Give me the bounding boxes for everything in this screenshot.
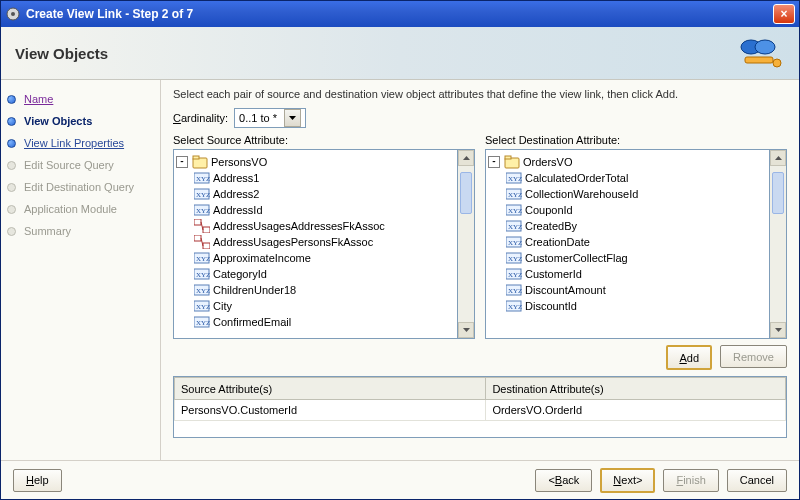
grid-header-source[interactable]: Source Attribute(s) xyxy=(175,378,486,400)
tree-item[interactable]: XYZDiscountId xyxy=(506,298,767,314)
tree-item[interactable]: XYZCustomerId xyxy=(506,266,767,282)
scroll-up-icon[interactable] xyxy=(458,150,474,166)
collapse-icon[interactable]: - xyxy=(176,156,188,168)
svg-rect-19 xyxy=(203,243,210,249)
collapse-icon[interactable]: - xyxy=(488,156,500,168)
cardinality-label: Cardinality: xyxy=(173,112,228,124)
tree-item[interactable]: XYZCreatedBy xyxy=(506,218,767,234)
scroll-down-icon[interactable] xyxy=(770,322,786,338)
association-icon xyxy=(194,235,210,249)
attribute-icon: XYZ xyxy=(506,187,522,201)
svg-text:XYZ: XYZ xyxy=(196,207,210,215)
grid-header-dest[interactable]: Destination Attribute(s) xyxy=(486,378,786,400)
svg-text:XYZ: XYZ xyxy=(508,271,522,279)
wizard-footer: Help < Back Next > Finish Cancel xyxy=(1,460,799,499)
svg-marker-53 xyxy=(775,156,782,160)
attribute-pair-area: Select Source Attribute: -PersonsVOXYZAd… xyxy=(173,134,787,339)
attribute-icon: XYZ xyxy=(506,283,522,297)
pairs-grid[interactable]: Source Attribute(s) Destination Attribut… xyxy=(173,376,787,438)
dest-scrollbar[interactable] xyxy=(770,149,787,339)
view-object-icon xyxy=(192,155,208,169)
scroll-down-icon[interactable] xyxy=(458,322,474,338)
instruction-text: Select each pair of source and destinati… xyxy=(173,88,787,100)
tree-item[interactable]: XYZConfirmedEmail xyxy=(194,314,455,330)
attribute-icon: XYZ xyxy=(506,251,522,265)
attribute-icon: XYZ xyxy=(194,315,210,329)
svg-marker-54 xyxy=(775,328,782,332)
scroll-up-icon[interactable] xyxy=(770,150,786,166)
svg-text:XYZ: XYZ xyxy=(508,223,522,231)
svg-marker-31 xyxy=(463,156,470,160)
attribute-icon: XYZ xyxy=(506,203,522,217)
chevron-down-icon[interactable] xyxy=(284,109,301,127)
attribute-icon: XYZ xyxy=(194,267,210,281)
dest-caption: Select Destination Attribute: xyxy=(485,134,787,146)
tree-item[interactable]: XYZCity xyxy=(194,298,455,314)
tree-item[interactable]: XYZCustomerCollectFlag xyxy=(506,250,767,266)
tree-root[interactable]: -PersonsVO xyxy=(176,154,455,170)
attribute-icon: XYZ xyxy=(194,203,210,217)
page-heading: View Objects xyxy=(15,45,108,62)
window-title: Create View Link - Step 2 of 7 xyxy=(26,7,773,21)
tree-item[interactable]: XYZChildrenUnder18 xyxy=(194,282,455,298)
svg-text:XYZ: XYZ xyxy=(508,303,522,311)
next-button[interactable]: Next > xyxy=(600,468,655,493)
tree-item[interactable]: XYZCalculatedOrderTotal xyxy=(506,170,767,186)
tree-item[interactable]: AddressUsagesAddressesFkAssoc xyxy=(194,218,455,234)
add-button[interactable]: Add xyxy=(666,345,712,370)
tree-item[interactable]: XYZCategoryId xyxy=(194,266,455,282)
tree-item[interactable]: XYZAddress2 xyxy=(194,186,455,202)
remove-button[interactable]: Remove xyxy=(720,345,787,368)
tree-item[interactable]: XYZCouponId xyxy=(506,202,767,218)
svg-point-3 xyxy=(755,40,775,54)
svg-text:XYZ: XYZ xyxy=(196,175,210,183)
svg-text:XYZ: XYZ xyxy=(196,319,210,327)
nav-step-view-objects[interactable]: View Objects xyxy=(7,110,154,132)
scroll-thumb[interactable] xyxy=(460,172,472,214)
svg-rect-16 xyxy=(203,227,210,233)
view-object-icon xyxy=(504,155,520,169)
svg-rect-8 xyxy=(193,156,199,159)
cancel-button[interactable]: Cancel xyxy=(727,469,787,492)
banner-art-icon xyxy=(735,33,785,73)
tree-item[interactable]: XYZAddress1 xyxy=(194,170,455,186)
tree-item[interactable]: XYZDiscountAmount xyxy=(506,282,767,298)
table-row[interactable]: PersonsVO.CustomerIdOrdersVO.OrderId xyxy=(175,400,786,421)
cardinality-combo[interactable]: 0..1 to * xyxy=(234,108,306,128)
tree-item[interactable]: XYZAddressId xyxy=(194,202,455,218)
attribute-icon: XYZ xyxy=(506,219,522,233)
source-tree[interactable]: -PersonsVOXYZAddress1XYZAddress2XYZAddre… xyxy=(173,149,458,339)
source-column: Select Source Attribute: -PersonsVOXYZAd… xyxy=(173,134,475,339)
tree-item[interactable]: XYZCollectionWarehouseId xyxy=(506,186,767,202)
back-button[interactable]: < Back xyxy=(535,469,592,492)
tree-root[interactable]: -OrdersVO xyxy=(488,154,767,170)
svg-rect-4 xyxy=(745,57,773,63)
step-nav: Name View Objects View Link Properties E… xyxy=(1,80,161,460)
dest-tree[interactable]: -OrdersVOXYZCalculatedOrderTotalXYZColle… xyxy=(485,149,770,339)
nav-step-edit-dest: Edit Destination Query xyxy=(7,176,154,198)
title-bar: Create View Link - Step 2 of 7 × xyxy=(1,1,799,27)
nav-step-name[interactable]: Name xyxy=(7,88,154,110)
attribute-icon: XYZ xyxy=(194,299,210,313)
nav-step-view-link-properties[interactable]: View Link Properties xyxy=(7,132,154,154)
svg-rect-15 xyxy=(194,219,201,225)
tree-item[interactable]: XYZApproximateIncome xyxy=(194,250,455,266)
tree-item[interactable]: XYZCreationDate xyxy=(506,234,767,250)
svg-text:XYZ: XYZ xyxy=(508,239,522,247)
help-button[interactable]: Help xyxy=(13,469,62,492)
association-icon xyxy=(194,219,210,233)
attribute-icon: XYZ xyxy=(194,251,210,265)
tree-item[interactable]: AddressUsagesPersonsFkAssoc xyxy=(194,234,455,250)
svg-point-5 xyxy=(773,59,781,67)
finish-button: Finish xyxy=(663,469,718,492)
attribute-icon: XYZ xyxy=(506,171,522,185)
close-button[interactable]: × xyxy=(773,4,795,24)
wizard-body: Name View Objects View Link Properties E… xyxy=(1,80,799,460)
scroll-thumb[interactable] xyxy=(772,172,784,214)
cardinality-value: 0..1 to * xyxy=(239,112,284,124)
svg-rect-34 xyxy=(505,156,511,159)
source-scrollbar[interactable] xyxy=(458,149,475,339)
app-icon xyxy=(5,6,21,22)
svg-text:XYZ: XYZ xyxy=(508,175,522,183)
svg-text:XYZ: XYZ xyxy=(196,287,210,295)
